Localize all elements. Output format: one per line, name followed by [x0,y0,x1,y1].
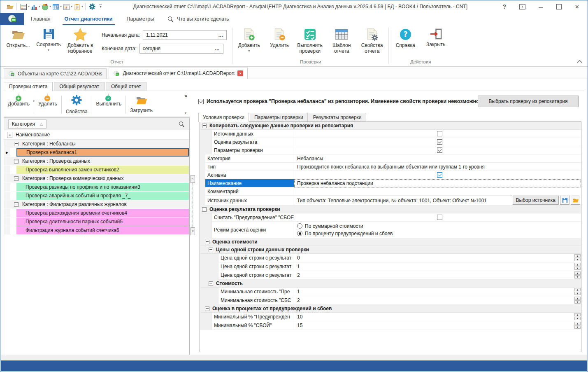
toolbar-doc-plus-button[interactable]: Добавить [4,93,34,116]
clipboard-icon[interactable] [72,2,81,11]
close-icon[interactable] [575,4,579,10]
open-folder-icon[interactable] [571,196,580,205]
panel-tab-2[interactable]: Общий отчет [106,82,146,91]
grid-row-value[interactable] [294,187,581,196]
grid-row-label[interactable]: Цена одной строки с результат [218,254,294,262]
report-template-button[interactable]: Шаблон отчета [326,25,357,54]
spinner-up-button[interactable] [574,313,581,316]
grid-row-label[interactable]: Активна [205,171,294,179]
spinner-down-button[interactable] [574,292,581,295]
open-button[interactable]: Открыть... [3,25,33,48]
tree-item-row[interactable]: Проверка выполнения замен счетчиков2 [4,166,189,174]
grid-row-label[interactable]: Источник данных [212,130,294,138]
grid-row-value[interactable]: 1 [294,288,581,296]
spinner-down-button[interactable] [574,300,581,304]
checkbox[interactable] [437,147,442,153]
grid-row-value[interactable]: 1 [294,262,581,271]
grid-row-value[interactable]: 0 [294,254,581,262]
add-favorite-button[interactable]: Добавить в избранное [65,25,95,54]
grid-row-label[interactable]: Наименование [205,179,294,187]
radio-button[interactable] [297,231,302,236]
grid-group-row[interactable]: Оценка результата проверки [200,206,581,213]
select-from-repository-button[interactable]: Выбрать проверку из репозитария [478,96,579,107]
grid-row-value[interactable]: Тип объекта: Тепловые электростанции, № … [294,196,581,206]
column-header[interactable]: Наименование [4,130,189,140]
collapse-icon[interactable] [14,142,19,146]
spinner-down-button[interactable] [574,325,581,329]
repository-checkbox[interactable] [198,99,204,104]
dropdown-icon[interactable] [48,49,49,52]
map-icon[interactable] [40,2,49,11]
report-properties-button[interactable]: Свойства отчета [357,25,387,54]
report-list-icon[interactable] [19,2,28,11]
panel-tab-1[interactable]: Общий результат [54,82,105,91]
grid-row-value[interactable]: По суммарной стоимостиПо проценту предуп… [294,222,581,238]
grid-group-row[interactable]: Цены одной строки данных проверки [200,246,581,254]
close-tab-icon[interactable] [237,70,243,76]
collapse-icon[interactable] [202,207,207,212]
grid-row-value[interactable]: 10 [294,313,581,321]
tree-item-band[interactable]: Проверка выполнения замен счетчиков2 [16,166,189,174]
ribbon-tab-0[interactable]: Главная [24,13,58,25]
tree-item-band[interactable]: Проверка небаланса1 [16,148,189,157]
spinner-up-button[interactable] [574,271,581,275]
source-select-button[interactable]: Выбор источника [513,196,559,205]
delete-check-button[interactable]: Удалить [264,25,295,48]
grid-row-label[interactable]: Считать "Предупреждение" "СБОЕМ [212,213,294,222]
grid-row-label[interactable]: Режим расчета оценки [212,222,294,238]
maximize-icon[interactable] [556,4,562,9]
tree-item-row[interactable]: Проверка небаланса1 [4,148,189,157]
save-icon[interactable] [560,196,569,205]
collapse-left-icon[interactable] [191,175,195,183]
close-report-button[interactable]: Закрыть [421,25,451,47]
restore-layout-icon[interactable] [519,4,525,9]
toolbar-gear-button[interactable]: Свойства [62,93,92,116]
radio-option[interactable]: По суммарной стоимости [297,223,363,229]
toolbar-more-icon[interactable] [185,112,186,115]
ribbon-tab-2[interactable]: Параметры [120,13,161,25]
collapse-icon[interactable] [14,159,19,164]
end-date-field[interactable]: сегодня [139,44,223,54]
grid-row-label[interactable]: Минимальная стоимость "Пре [218,288,294,296]
start-date-field[interactable]: 1.11.2021 [143,30,227,40]
tree-group-row[interactable]: Категория : Фильтрация различных журнало… [4,200,189,209]
doc-tab-map-objects[interactable]: Объекты на карте C:\1\22.ACDADGis [4,68,107,79]
radio-button[interactable] [297,223,302,229]
collapse-icon[interactable] [209,248,213,252]
tree-item-band[interactable]: Проверка разницы по профилю и по показан… [16,183,189,191]
grid-group-row[interactable]: Копировать следующие данные проверки из … [200,122,581,130]
splitter-handle[interactable] [193,183,193,227]
collapse-icon[interactable] [202,124,207,128]
grid-row-label[interactable]: Минимальный % "СБОЙ" [212,321,294,330]
check-tab-0[interactable]: Условия проверки [198,113,249,122]
ellipsis-icon[interactable] [215,46,220,51]
grid-row-label[interactable]: Параметры проверки [212,146,294,154]
grid-row-label[interactable]: Минимальная стоимость "СБС [218,296,294,305]
checkbox[interactable] [437,139,442,145]
grid-row-value[interactable] [294,138,581,146]
tree-item-band[interactable]: Фильтрация журнала событий счетчика6 [16,226,189,234]
checkbox[interactable] [437,131,442,136]
collapse-icon[interactable] [205,306,209,311]
grid-row-label[interactable]: Цена одной строки с результат [218,271,294,280]
grid-row-label[interactable]: Оценка результата [212,138,294,146]
search-icon[interactable] [179,121,184,127]
calendar-icon[interactable] [62,2,71,11]
grid-row-value[interactable]: 15 [294,321,581,330]
spinner-up-button[interactable] [574,263,581,266]
grid-row-value[interactable]: Проверка небаланса подстанции [294,179,581,187]
tree-item-row[interactable]: Проверка разницы по профилю и по показан… [4,183,189,192]
help-button[interactable]: ? Справка [390,25,421,48]
tree-item-row[interactable]: Фильтрация журнала событий счетчика6 [4,226,189,235]
toolbar-overflow-icon[interactable] [184,93,187,99]
help-icon[interactable] [503,3,507,10]
bar-chart-icon[interactable] [30,2,39,11]
grid-row-label[interactable]: Цена одной строки с результат [218,262,294,271]
grid-row-label[interactable]: Комментарий [205,187,294,196]
customize-toolbar-icon[interactable] [99,5,102,9]
spinner-up-button[interactable] [574,297,581,300]
tree-item-band[interactable]: Проверка аварийных событий и профиля _7_ [16,192,189,200]
check-tab-1[interactable]: Параметры проверки [250,113,308,122]
open-folder-icon[interactable] [5,2,14,11]
spinner-up-button[interactable] [574,254,581,257]
